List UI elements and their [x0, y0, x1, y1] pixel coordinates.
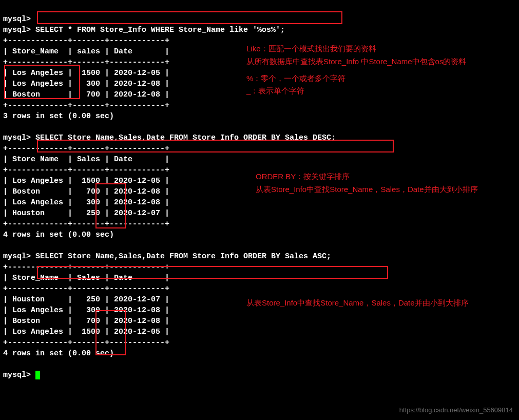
table-row: | Los Angeles | 1500 | 2020-12-05 |	[3, 69, 169, 78]
annotation-text: ORDER BY：按关键字排序	[256, 170, 512, 183]
annotation-text: %：零个，一个或者多个字符	[246, 72, 513, 85]
table-row: | Los Angeles | 1500 | 2020-12-05 |	[3, 328, 169, 336]
table-sep: +-------------+-------+------------+	[3, 144, 169, 153]
table-header: | Store_Name | sales | Date |	[3, 47, 169, 56]
rows-count: 4 rows in set (0.00 sec)	[3, 349, 114, 358]
prompt: mysql>	[3, 252, 31, 261]
sql-query-3: SELECT Store_Name,Sales,Date FROM Store_…	[35, 252, 331, 261]
table-header: | Store_Name | Sales | Date |	[3, 274, 169, 282]
table-sep: +-------------+-------+------------+	[3, 263, 169, 272]
table-sep: +-------------+-------+------------+	[3, 284, 169, 293]
prompt: mysql>	[3, 15, 31, 24]
table-row: | Boston | 700 | 2020-12-08 |	[3, 90, 169, 99]
table-sep: +-------------+-------+------------+	[3, 166, 169, 175]
annotation-orderby-asc: 从表Store_Info中查找Store_Name，Sales，Date并由小到…	[246, 297, 503, 310]
sql-query-2: SELECT Store_Name,Sales,Date FROM Store_…	[35, 133, 336, 142]
annotation-text: 从表Store_Info中查找Store_Name，Sales，Date并由小到…	[246, 297, 503, 310]
table-row: | Los Angeles | 300 | 2020-12-08 |	[3, 198, 169, 207]
prompt: mysql>	[3, 133, 31, 142]
watermark-text: https://blog.csdn.net/weixin_55609814	[399, 406, 513, 415]
annotation-orderby-desc: ORDER BY：按关键字排序 从表Store_Info中查找Store_Nam…	[256, 170, 512, 196]
table-row: | Los Angeles | 300 | 2020-12-08 |	[3, 306, 169, 315]
table-row: | Boston | 700 | 2020-12-08 |	[3, 317, 169, 326]
table-row: | Boston | 700 | 2020-12-08 |	[3, 187, 169, 196]
rows-count: 4 rows in set (0.00 sec)	[3, 231, 114, 239]
annotation-text: _：表示单个字符	[246, 85, 513, 98]
table-row: | Los Angeles | 300 | 2020-12-08 |	[3, 80, 169, 88]
table-row: | Los Angeles | 1500 | 2020-12-05 |	[3, 177, 169, 185]
annotation-like: Like：匹配一个模式找出我们要的资料 从所有数据库中查找表Store_Info…	[246, 43, 513, 98]
annotation-text: 从所有数据库中查找表Store_Info 中Store_Name中包含os的资料	[246, 55, 513, 68]
table-sep: +-------------+-------+------------+	[3, 338, 169, 347]
annotation-text: 从表Store_Info中查找Store_Name，Sales，Date并由大到…	[256, 183, 512, 196]
prompt: mysql>	[3, 26, 31, 34]
table-sep: +-------------+-------+------------+	[3, 58, 169, 67]
annotation-text: Like：匹配一个模式找出我们要的资料	[246, 43, 513, 55]
table-header: | Store_Name | Sales | Date |	[3, 155, 169, 164]
prompt: mysql>	[3, 371, 31, 379]
table-row: | Houston | 250 | 2020-12-07 |	[3, 295, 169, 304]
cursor-icon	[35, 371, 40, 379]
sql-query-1: SELECT * FROM Store_Info WHERE Store_Nam…	[35, 26, 285, 34]
rows-count: 3 rows in set (0.00 sec)	[3, 112, 114, 121]
table-row: | Houston | 250 | 2020-12-07 |	[3, 209, 169, 218]
table-sep: +-------------+-------+------------+	[3, 101, 169, 110]
table-sep: +-------------+-------+------------+	[3, 220, 169, 228]
table-sep: +-------------+-------+------------+	[3, 36, 169, 45]
